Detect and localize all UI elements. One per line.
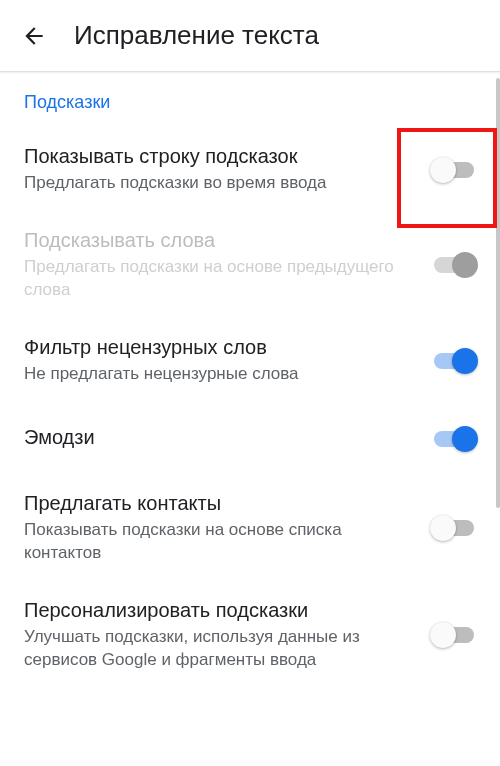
setting-suggest-contacts[interactable]: Предлагать контакты Показывать подсказки… (0, 474, 500, 581)
setting-text: Показывать строку подсказок Предлагать п… (24, 143, 432, 195)
toggle-profanity-filter[interactable] (432, 348, 476, 372)
setting-text: Предлагать контакты Показывать подсказки… (24, 490, 432, 565)
setting-predict-words: Подсказывать слова Предлагать подсказки … (0, 211, 500, 318)
setting-show-suggestions[interactable]: Показывать строку подсказок Предлагать п… (0, 127, 500, 211)
setting-subtitle: Показывать подсказки на основе списка ко… (24, 519, 420, 565)
setting-personalize[interactable]: Персонализировать подсказки Улучшать под… (0, 581, 500, 688)
toggle-thumb (430, 622, 456, 648)
setting-subtitle: Не предлагать нецензурные слова (24, 363, 420, 386)
setting-title: Эмодзи (24, 424, 420, 451)
section-label-suggestions: Подсказки (0, 72, 500, 127)
setting-title: Предлагать контакты (24, 490, 420, 517)
setting-text: Персонализировать подсказки Улучшать под… (24, 597, 432, 672)
toggle-personalize[interactable] (432, 622, 476, 646)
setting-title: Подсказывать слова (24, 227, 420, 254)
toggle-thumb (430, 157, 456, 183)
app-header: Исправление текста (0, 0, 500, 72)
setting-emoji[interactable]: Эмодзи (0, 402, 500, 474)
setting-title: Персонализировать подсказки (24, 597, 420, 624)
settings-list: Подсказки Показывать строку подсказок Пр… (0, 72, 500, 688)
toggle-predict-words (432, 252, 476, 276)
setting-text: Фильтр нецензурных слов Не предлагать не… (24, 334, 432, 386)
toggle-thumb (452, 426, 478, 452)
setting-text: Эмодзи (24, 424, 432, 451)
scrollbar[interactable] (496, 78, 500, 508)
setting-profanity-filter[interactable]: Фильтр нецензурных слов Не предлагать не… (0, 318, 500, 402)
toggle-suggest-contacts[interactable] (432, 515, 476, 539)
setting-text: Подсказывать слова Предлагать подсказки … (24, 227, 432, 302)
toggle-emoji[interactable] (432, 426, 476, 450)
toggle-show-suggestions[interactable] (432, 157, 476, 181)
toggle-thumb (430, 515, 456, 541)
back-button[interactable] (18, 20, 50, 52)
setting-subtitle: Улучшать подсказки, используя данные из … (24, 626, 420, 672)
toggle-thumb (452, 348, 478, 374)
setting-title: Показывать строку подсказок (24, 143, 420, 170)
setting-subtitle: Предлагать подсказки на основе предыдуще… (24, 256, 420, 302)
setting-subtitle: Предлагать подсказки во время ввода (24, 172, 420, 195)
setting-title: Фильтр нецензурных слов (24, 334, 420, 361)
arrow-back-icon (21, 23, 47, 49)
page-title: Исправление текста (74, 20, 319, 51)
toggle-thumb (452, 252, 478, 278)
